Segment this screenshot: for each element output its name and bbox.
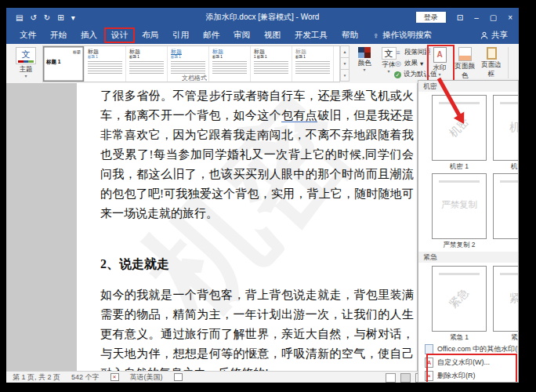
thumb-label: 严禁复制 2 [432, 241, 487, 250]
section-heading: 2、说走就走 [100, 254, 169, 274]
page-color-icon [458, 47, 472, 61]
text-line: 需要的物品，精简为主，一年计划出游一次，让我们的人生 [100, 305, 414, 325]
style-card-preview-lines [295, 61, 330, 75]
redo-icon[interactable]: ↻ [44, 13, 50, 22]
touch-mode-icon[interactable]: ⊞ [57, 13, 63, 22]
tell-me-search[interactable]: ♀ 操作说明搜索 [368, 27, 436, 43]
tab-review[interactable]: 审阅 [226, 27, 257, 43]
paragraph-spacing-icon: ≡ [394, 49, 402, 56]
watermark-dropdown-panel: 机密 机密 机密 机密 1 机密 2 严禁复制 严禁复制 2 紧急 [418, 80, 519, 383]
thumb-label: 紧急 1 [432, 333, 487, 343]
minimize-icon[interactable]: – [474, 13, 479, 22]
tab-file[interactable]: 文件 [13, 27, 43, 43]
macro-record-icon[interactable] [174, 373, 183, 381]
thumb-watermark-text: 机密 [436, 104, 483, 152]
colors-button[interactable]: 颜色 ▾ [353, 47, 376, 72]
page-indicator[interactable]: 第 1 页, 共 2 页 [13, 372, 60, 383]
print-layout-icon[interactable] [400, 373, 411, 383]
text-line: 的包包了吧!可我独爱这个背包，实用，背上它，随时随地可 [100, 184, 414, 204]
menu-item-remove-watermark[interactable]: × 删除水印(R) [418, 369, 518, 383]
menu-item-label: Office.com 中的其他水印(M) [437, 344, 519, 354]
ribbon: 文 主题 ▾ 标题 标题 1 标题 标题 1 标题 标题 1 [6, 44, 519, 84]
read-mode-icon[interactable] [386, 373, 396, 383]
gallery-scroll-down-icon[interactable]: ▼ [340, 58, 349, 70]
undo-icon[interactable]: ↺ [30, 13, 36, 22]
sign-in-button[interactable]: 登录 [416, 12, 446, 23]
style-card-title: 标题 [254, 49, 288, 55]
style-card-sub: 标题 1 [46, 60, 81, 64]
maximize-icon[interactable]: ▢ [490, 13, 497, 22]
style-card-title: 标题 [46, 49, 81, 55]
tell-me-label: 操作说明搜索 [382, 30, 432, 41]
tab-mailings[interactable]: 邮件 [196, 27, 226, 43]
style-card-title: 标题 [129, 49, 164, 55]
style-card-title: 标题 [212, 49, 247, 55]
gallery-scrollbar: ▲ ▼ ▾ [340, 45, 349, 81]
thumb-watermark-text: 紧急 [436, 275, 483, 323]
text-line: 非常喜欢它，因为它跟着我走南闯北，不离不弃地跟随着我 [100, 125, 414, 145]
page-borders-button[interactable]: 页面边框 [479, 47, 504, 79]
thumb-preview-line [500, 102, 519, 104]
watermark-thumb-jinji2[interactable]: 紧急 [493, 266, 519, 332]
themes-button[interactable]: 文 主题 ▾ [11, 47, 41, 78]
section-header-urgent: 紧急 [418, 252, 518, 263]
watermark-icon: A [433, 47, 447, 63]
watermark-thumb-jimi1[interactable]: 机密 [432, 95, 487, 161]
menu-item-more-watermarks[interactable]: Office.com 中的其他水印(M) [418, 343, 518, 356]
proofing-icon[interactable]: ✕ [110, 373, 119, 381]
language-indicator[interactable]: 英语(美国) [130, 372, 163, 383]
text-line: 来一场说走就的旅行。 [100, 204, 414, 223]
customize-qat-icon[interactable]: ▾ [71, 13, 75, 22]
word-count[interactable]: 542 个字 [71, 372, 100, 383]
style-card-title: 标题 [171, 49, 205, 55]
menu-item-custom-watermark[interactable]: A 自定义水印(W)... [418, 356, 518, 369]
share-button[interactable]: 共享 [480, 30, 508, 41]
tab-help[interactable]: 帮助 [335, 27, 365, 43]
quick-access-toolbar: ▤ ↺ ↻ ⊞ ▾ [16, 13, 75, 22]
watermark-thumb-nocopy2[interactable]: 严禁复制 [432, 173, 487, 239]
page-color-label: 页面颜色 [452, 62, 477, 81]
share-label: 共享 [491, 30, 508, 41]
person-icon [480, 31, 488, 39]
page-borders-icon [487, 47, 497, 60]
document-page[interactable]: 机密 了很多省份。不管是步行或者骑自行车，还是乘坐飞机或火 车，都离不开一个背包… [77, 83, 417, 371]
text-line: 车，都离不开一个背包，如今这个包有点破旧，但是我还是 [100, 106, 414, 125]
themes-icon: 文 [16, 47, 36, 64]
style-card-sub: 标题 1 [88, 55, 122, 60]
gallery-more-icon[interactable]: ▾ [340, 70, 349, 82]
lightbulb-icon: ♀ [373, 31, 379, 40]
group-label-document-formatting: 文档格式 [116, 74, 273, 82]
tab-design[interactable]: 设计 [104, 27, 135, 43]
tab-insert[interactable]: 插入 [74, 27, 104, 43]
thumb-preview-line [500, 273, 519, 275]
close-icon[interactable]: × [508, 13, 512, 22]
thumb-preview-line [500, 180, 519, 183]
tab-home[interactable]: 开始 [43, 27, 74, 43]
watermark-thumb-cut[interactable] [493, 173, 519, 239]
style-card-sub: 标题 1 [212, 55, 247, 60]
text-line: 也受累了!每当参加同学婚礼又一次背上它的时候,同学们会 [100, 145, 414, 165]
page-color-button[interactable]: 页面颜色 ▾ [452, 47, 477, 85]
effects-label: 效果 [404, 59, 418, 68]
effects-icon: ◎ [394, 60, 402, 67]
tab-layout[interactable]: 布局 [135, 27, 165, 43]
ribbon-tab-row: 文件 开始 插入 设计 布局 引用 邮件 审阅 视图 开发工具 帮助 ♀ 操作说… [6, 27, 519, 44]
watermark-thumb-jinji1[interactable]: 紧急 [432, 266, 487, 332]
style-card[interactable]: 标题 标题 1 [292, 46, 334, 82]
group-divider [426, 47, 427, 78]
style-card-current[interactable]: 标题 标题 1 [43, 46, 85, 82]
tab-developer[interactable]: 开发工具 [288, 27, 335, 43]
custom-watermark-icon: A [425, 358, 433, 368]
chevron-down-icon: ▾ [430, 73, 449, 77]
tab-view[interactable]: 视图 [257, 27, 288, 43]
text-line: 融入自然的气息之中，乐悠悠的! [100, 364, 414, 371]
tab-references[interactable]: 引用 [165, 27, 196, 43]
style-card-sub: 标题 1 [171, 55, 205, 60]
thumb-label: 机密 1 [432, 162, 487, 172]
save-icon[interactable]: ▤ [16, 13, 23, 22]
ribbon-display-options-icon[interactable]: ⊡ [457, 13, 463, 22]
watermark-thumb-jimi2[interactable]: 机密 [493, 95, 519, 161]
office-watermark-icon [425, 344, 433, 354]
gallery-scroll-up-icon[interactable]: ▲ [340, 45, 349, 58]
watermark-button[interactable]: A 水印 ▾ [430, 47, 449, 77]
